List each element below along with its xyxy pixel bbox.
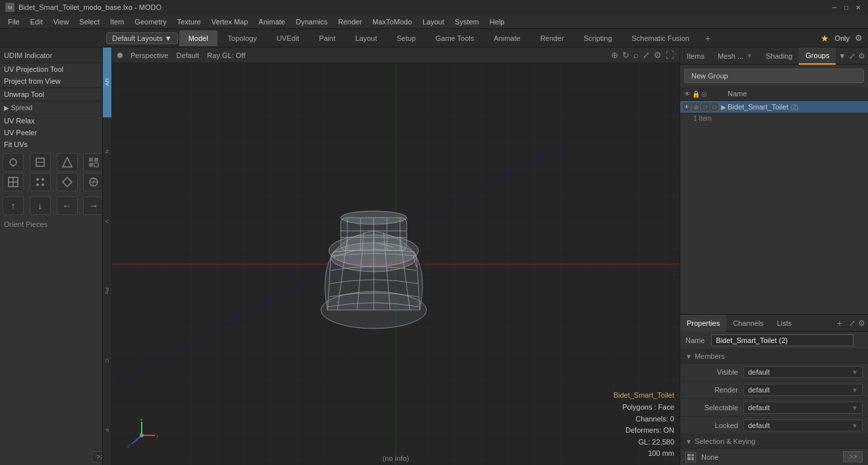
tab-topology[interactable]: Topology bbox=[219, 30, 266, 46]
menu-render[interactable]: Render bbox=[333, 15, 367, 29]
menu-geometry[interactable]: Geometry bbox=[129, 15, 171, 29]
icon-tool-3[interactable] bbox=[57, 153, 78, 171]
fit-uvs[interactable]: Fit UVs bbox=[0, 139, 111, 150]
tab-groups[interactable]: Groups bbox=[799, 47, 836, 65]
tab-mesh[interactable]: Mesh ...▼ bbox=[711, 47, 759, 65]
spread-section[interactable]: ▶ Spread bbox=[0, 102, 111, 115]
tab-uvedit[interactable]: UVEdit bbox=[268, 30, 308, 46]
keying-dot-1 bbox=[687, 454, 691, 457]
menu-animate[interactable]: Animate bbox=[253, 15, 290, 29]
svg-marker-5 bbox=[63, 158, 72, 167]
menu-help[interactable]: Help bbox=[484, 15, 510, 29]
render-dropdown[interactable]: default ▼ bbox=[743, 384, 863, 396]
menu-item[interactable]: Item bbox=[105, 15, 129, 29]
props-tab-channels[interactable]: Channels bbox=[726, 315, 770, 332]
left-panel: UDIM Indicator UV Projection Tool Projec… bbox=[0, 47, 112, 465]
settings-icon[interactable]: ⚙ bbox=[855, 33, 863, 43]
icon-tool-7[interactable] bbox=[57, 173, 78, 191]
layout-button[interactable]: Default Layouts ▼ bbox=[106, 32, 177, 44]
arrow-up-btn[interactable]: ↑ bbox=[3, 197, 24, 215]
group-render-icon[interactable]: ◎ bbox=[692, 103, 700, 111]
arrow-down-btn[interactable]: ↓ bbox=[30, 197, 51, 215]
icon-tool-1[interactable] bbox=[3, 153, 24, 171]
side-tab-c[interactable]: C bbox=[103, 326, 111, 396]
new-group-button[interactable]: New Group bbox=[684, 69, 864, 83]
tab-scripting[interactable]: Scripting bbox=[575, 30, 622, 46]
group-extra-icon[interactable]: □ bbox=[710, 103, 718, 111]
viewport-maximize-icon[interactable]: ⤢ bbox=[643, 50, 650, 60]
menu-edit[interactable]: Edit bbox=[25, 15, 48, 29]
menu-select[interactable]: Select bbox=[74, 15, 105, 29]
project-from-view[interactable]: Project from View bbox=[0, 75, 111, 87]
perspective-label[interactable]: Perspective bbox=[130, 51, 168, 59]
viewport[interactable]: Perspective Default Ray GL: Off ⊕ ↻ ⌕ ⤢ … bbox=[112, 47, 680, 465]
keying-forward-btn[interactable]: >> bbox=[843, 451, 863, 462]
star-icon[interactable]: ★ bbox=[821, 33, 829, 44]
unwrap-tool[interactable]: Unwrap Tool bbox=[0, 88, 111, 100]
tab-arrow-icon[interactable]: ▼ bbox=[838, 51, 846, 61]
tab-gametools[interactable]: Game Tools bbox=[426, 30, 484, 46]
group-lock-icon[interactable]: □ bbox=[701, 103, 709, 111]
menu-vertex-map[interactable]: Vertex Map bbox=[206, 15, 254, 29]
props-expand-icon[interactable]: ⤢ bbox=[849, 319, 855, 328]
tab-paint[interactable]: Paint bbox=[310, 30, 345, 46]
menu-layout[interactable]: Layout bbox=[417, 15, 449, 29]
icon-tool-6[interactable] bbox=[30, 173, 51, 191]
viewport-expand-icon[interactable]: ⛶ bbox=[666, 50, 674, 60]
menu-dynamics[interactable]: Dynamics bbox=[291, 15, 333, 29]
side-tab-v[interactable]: V bbox=[103, 187, 111, 257]
tab-model[interactable]: Model bbox=[179, 30, 217, 46]
side-tab-uv[interactable]: UV bbox=[103, 47, 111, 117]
uv-projection-tool[interactable]: UV Projection Tool bbox=[0, 63, 111, 75]
tab-schematic[interactable]: Schematic Fusion bbox=[623, 30, 699, 46]
icon-tool-5[interactable] bbox=[3, 173, 24, 191]
selectable-dropdown[interactable]: default ▼ bbox=[743, 402, 863, 414]
uv-relax[interactable]: UV Relax bbox=[0, 115, 111, 127]
viewport-rotate-icon[interactable]: ↻ bbox=[622, 50, 629, 60]
icon-tool-4[interactable] bbox=[83, 153, 104, 171]
props-tab-lists[interactable]: Lists bbox=[770, 315, 799, 332]
tab-setup[interactable]: Setup bbox=[388, 30, 425, 46]
close-button[interactable]: ✕ bbox=[854, 3, 863, 12]
menu-texture[interactable]: Texture bbox=[172, 15, 206, 29]
props-tab-properties[interactable]: Properties bbox=[680, 315, 726, 332]
uv-peeler[interactable]: UV Peeler bbox=[0, 127, 111, 139]
group-expand-arrow[interactable]: ▶ bbox=[721, 104, 728, 111]
tab-settings-icon[interactable]: ⚙ bbox=[858, 51, 865, 61]
keying-icon[interactable] bbox=[685, 452, 696, 462]
name-input[interactable] bbox=[711, 334, 854, 346]
group-eye-icon[interactable]: 👁 bbox=[683, 103, 691, 111]
titlebar-controls[interactable]: ─ □ ✕ bbox=[830, 3, 863, 12]
icon-tool-2[interactable] bbox=[30, 153, 51, 171]
props-add-button[interactable]: + bbox=[832, 315, 848, 331]
group-item-bidet[interactable]: 👁 ◎ □ □ ▶ Bidet_Smart_Toilet (2) bbox=[680, 101, 868, 113]
tab-items[interactable]: Items bbox=[680, 47, 711, 65]
icon-tool-8[interactable] bbox=[83, 173, 104, 191]
tab-layout[interactable]: Layout bbox=[346, 30, 386, 46]
menu-view[interactable]: View bbox=[48, 15, 74, 29]
ray-gl-label[interactable]: Ray GL: Off bbox=[207, 51, 245, 59]
menu-maxtomodo[interactable]: MaxToModo bbox=[367, 15, 417, 29]
viewport-canvas[interactable]: Bidet_Smart_Toilet Polygons : Face Chann… bbox=[112, 63, 680, 465]
side-tab-new[interactable]: N bbox=[103, 117, 111, 187]
viewport-settings-icon[interactable]: ⚙ bbox=[654, 50, 662, 60]
tab-render[interactable]: Render bbox=[531, 30, 573, 46]
viewport-orient-icon[interactable]: ⊕ bbox=[611, 50, 618, 60]
props-settings-icon[interactable]: ⚙ bbox=[858, 319, 865, 328]
locked-dropdown[interactable]: default ▼ bbox=[743, 419, 863, 431]
maximize-button[interactable]: □ bbox=[842, 3, 851, 12]
tab-shading[interactable]: Shading bbox=[759, 47, 799, 65]
visible-dropdown[interactable]: default ▼ bbox=[743, 366, 863, 378]
menu-file[interactable]: File bbox=[3, 15, 25, 29]
tab-expand-icon[interactable]: ⤢ bbox=[849, 51, 855, 61]
viewport-search-icon[interactable]: ⌕ bbox=[633, 50, 639, 60]
default-label[interactable]: Default bbox=[176, 51, 199, 59]
minimize-button[interactable]: ─ bbox=[830, 3, 839, 12]
arrow-right-btn[interactable]: → bbox=[83, 197, 104, 215]
menu-system[interactable]: System bbox=[449, 15, 484, 29]
side-tab-poly[interactable]: Po bbox=[103, 257, 111, 326]
add-tab-button[interactable]: + bbox=[700, 30, 716, 46]
side-tab-f[interactable]: F bbox=[103, 396, 111, 466]
tab-animate[interactable]: Animate bbox=[484, 30, 529, 46]
arrow-left-btn[interactable]: ← bbox=[57, 197, 78, 215]
